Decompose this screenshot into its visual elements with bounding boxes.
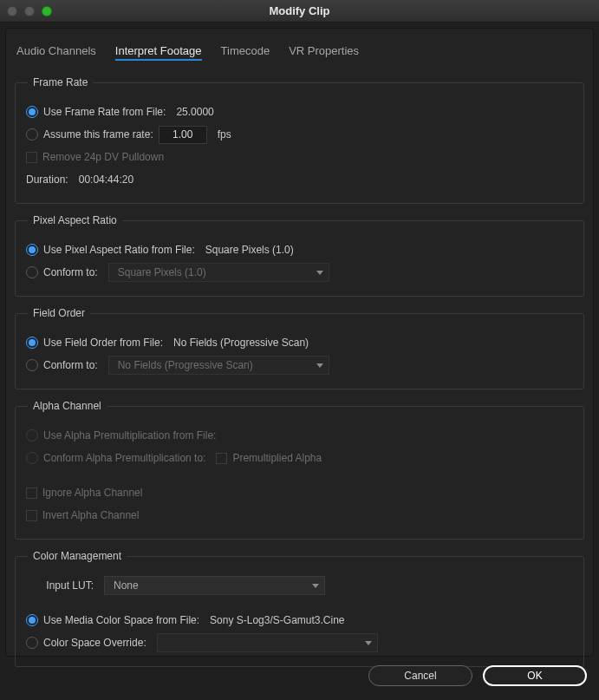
select-input-lut-value: None bbox=[114, 579, 139, 592]
legend-pixel-aspect: Pixel Aspect Ratio bbox=[28, 214, 122, 226]
legend-field-order: Field Order bbox=[28, 307, 90, 319]
group-alpha: Alpha Channel Use Alpha Premultiplicatio… bbox=[15, 400, 584, 540]
label-premult-alpha: Premultiplied Alpha bbox=[232, 452, 322, 464]
group-color-management: Color Management Input LUT: None Use Med… bbox=[15, 550, 584, 667]
label-conform-field-order: Conform to: bbox=[43, 359, 98, 371]
titlebar: Modify Clip bbox=[0, 0, 599, 23]
label-use-alpha-from-file: Use Alpha Premultiplication from File: bbox=[43, 429, 216, 442]
label-duration: Duration: bbox=[26, 173, 68, 186]
checkbox-invert-alpha bbox=[26, 510, 37, 521]
value-color-space-file: Sony S-Log3/S-Gamut3.Cine bbox=[210, 614, 344, 626]
chevron-down-icon bbox=[316, 271, 323, 275]
label-invert-alpha: Invert Alpha Channel bbox=[42, 509, 139, 521]
tab-timecode[interactable]: Timecode bbox=[221, 44, 270, 61]
radio-use-alpha-from-file bbox=[26, 429, 38, 442]
main-panel: Audio Channels Interpret Footage Timecod… bbox=[5, 28, 594, 657]
legend-alpha: Alpha Channel bbox=[28, 400, 107, 412]
select-input-lut[interactable]: None bbox=[104, 576, 325, 595]
value-par-file: Square Pixels (1.0) bbox=[205, 244, 294, 256]
radio-assume-frame-rate[interactable] bbox=[26, 128, 38, 141]
radio-use-frame-rate-from-file[interactable] bbox=[26, 106, 38, 118]
dialog-footer: Cancel OK bbox=[5, 657, 594, 686]
select-conform-field-order-value: No Fields (Progressive Scan) bbox=[118, 359, 253, 371]
tab-interpret-footage[interactable]: Interpret Footage bbox=[115, 44, 202, 61]
label-input-lut: Input LUT: bbox=[40, 579, 94, 592]
chevron-down-icon bbox=[365, 641, 372, 645]
group-pixel-aspect: Pixel Aspect Ratio Use Pixel Aspect Rati… bbox=[15, 214, 584, 297]
select-conform-field-order[interactable]: No Fields (Progressive Scan) bbox=[108, 356, 329, 375]
radio-conform-field-order[interactable] bbox=[26, 359, 38, 371]
label-conform-alpha: Conform Alpha Premultiplication to: bbox=[43, 452, 205, 464]
value-duration: 00:04:44:20 bbox=[79, 173, 133, 186]
radio-conform-par[interactable] bbox=[26, 266, 38, 278]
label-use-par-from-file: Use Pixel Aspect Ratio from File: bbox=[43, 244, 195, 256]
window-title: Modify Clip bbox=[0, 4, 599, 17]
value-file-fps: 25.0000 bbox=[176, 106, 213, 118]
label-assume-frame-rate: Assume this frame rate: bbox=[43, 128, 153, 141]
label-color-space-override: Color Space Override: bbox=[43, 637, 146, 649]
label-use-color-space-from-file: Use Media Color Space from File: bbox=[43, 614, 199, 626]
label-ignore-alpha: Ignore Alpha Channel bbox=[42, 487, 142, 499]
radio-use-color-space-from-file[interactable] bbox=[26, 614, 38, 626]
tab-audio-channels[interactable]: Audio Channels bbox=[16, 44, 96, 61]
select-conform-par-value: Square Pixels (1.0) bbox=[118, 266, 206, 278]
label-conform-par: Conform to: bbox=[43, 266, 98, 278]
radio-use-field-order-from-file[interactable] bbox=[26, 337, 38, 349]
select-color-space-override[interactable] bbox=[157, 633, 378, 652]
value-field-order-file: No Fields (Progressive Scan) bbox=[173, 337, 309, 349]
checkbox-ignore-alpha bbox=[26, 487, 37, 499]
label-use-frame-rate-from-file: Use Frame Rate from File: bbox=[43, 106, 166, 118]
tab-vr-properties[interactable]: VR Properties bbox=[289, 44, 359, 61]
checkbox-remove-24p-pulldown bbox=[26, 152, 37, 163]
chevron-down-icon bbox=[316, 363, 323, 368]
ok-button[interactable]: OK bbox=[483, 665, 587, 686]
legend-frame-rate: Frame Rate bbox=[28, 76, 93, 88]
label-use-field-order-from-file: Use Field Order from File: bbox=[43, 337, 163, 349]
radio-color-space-override[interactable] bbox=[26, 637, 38, 649]
input-assume-fps[interactable] bbox=[159, 126, 207, 144]
legend-color-management: Color Management bbox=[28, 550, 127, 562]
checkbox-premult-alpha bbox=[216, 453, 227, 464]
label-fps-unit: fps bbox=[218, 128, 231, 141]
group-field-order: Field Order Use Field Order from File: N… bbox=[15, 307, 584, 389]
group-frame-rate: Frame Rate Use Frame Rate from File: 25.… bbox=[15, 76, 584, 204]
cancel-button[interactable]: Cancel bbox=[368, 665, 472, 686]
label-remove-24p-pulldown: Remove 24p DV Pulldown bbox=[42, 151, 164, 163]
tab-bar: Audio Channels Interpret Footage Timecod… bbox=[6, 29, 593, 69]
radio-use-par-from-file[interactable] bbox=[26, 244, 38, 256]
select-conform-par[interactable]: Square Pixels (1.0) bbox=[108, 263, 329, 282]
chevron-down-icon bbox=[312, 584, 319, 588]
radio-conform-alpha bbox=[26, 452, 38, 464]
